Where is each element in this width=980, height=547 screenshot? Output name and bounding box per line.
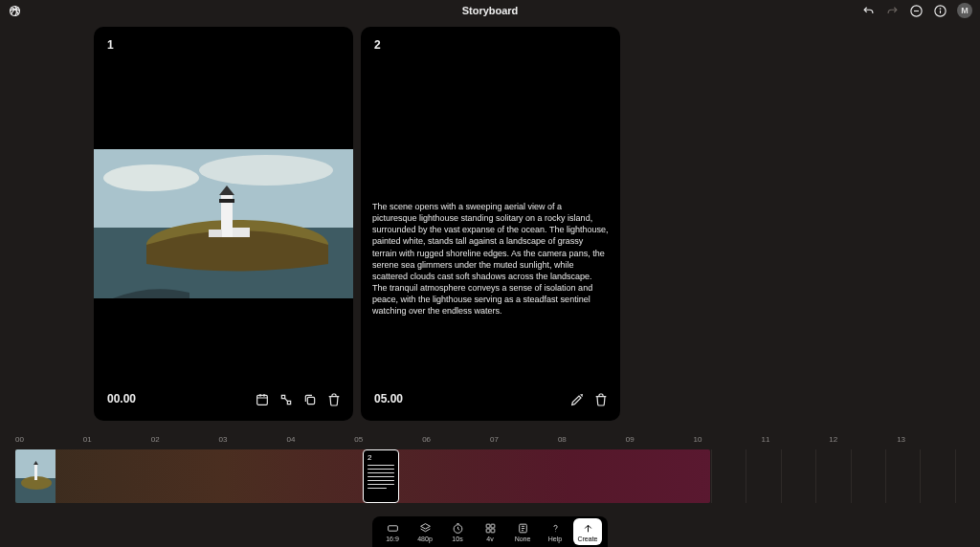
card-thumbnail [94, 149, 353, 298]
duplicate-icon[interactable] [302, 392, 318, 407]
ruler-tick: 06 [422, 435, 490, 447]
svg-rect-22 [388, 525, 397, 530]
card-number: 2 [374, 38, 381, 52]
timeline-strip[interactable]: 2 [15, 449, 710, 503]
variations-button[interactable]: 4v [476, 518, 504, 545]
svg-rect-26 [486, 529, 490, 533]
resolution-label: 480p [417, 536, 433, 542]
brand-icon[interactable] [8, 4, 22, 18]
ruler-tick: 05 [354, 435, 422, 447]
svg-point-29 [555, 531, 556, 532]
trash-icon[interactable] [326, 392, 342, 407]
top-bar: Storyboard M [0, 0, 980, 21]
resolution-button[interactable]: 480p [411, 518, 439, 545]
card-time: 00.00 [107, 392, 136, 405]
card-actions [569, 392, 609, 407]
svg-rect-15 [307, 397, 314, 404]
ruler-tick: 09 [626, 435, 694, 447]
ruler-tick: 13 [897, 435, 965, 447]
help-button[interactable]: Help [541, 518, 569, 545]
ruler-tick: 10 [694, 435, 762, 447]
clip-text-card[interactable]: 2 [363, 449, 399, 503]
undo-icon[interactable] [861, 4, 876, 18]
ruler-tick: 01 [83, 435, 151, 447]
ruler-tick: 02 [151, 435, 219, 447]
style-button[interactable]: None [508, 518, 537, 545]
card-number: 1 [107, 38, 114, 52]
timeline-ruler: 0001020304050607080910111213 [15, 435, 965, 447]
svg-point-16 [582, 394, 583, 395]
ruler-tick: 11 [761, 435, 829, 447]
storyboard-cards: 1 00.00 2 The scene opens with a sweepin… [94, 27, 620, 421]
split-icon[interactable] [278, 392, 294, 407]
ruler-tick: 08 [558, 435, 626, 447]
info-circle-icon[interactable] [933, 4, 947, 18]
svg-point-3 [940, 8, 941, 9]
svg-rect-27 [491, 529, 495, 533]
aspect-ratio-button[interactable]: 16:9 [378, 518, 407, 545]
ruler-tick: 03 [219, 435, 287, 447]
storyboard-card-1[interactable]: 1 00.00 [94, 27, 353, 421]
card-time: 05.00 [374, 392, 403, 405]
variations-label: 4v [486, 536, 493, 542]
clip-card-number: 2 [368, 453, 394, 462]
help-label: Help [548, 536, 562, 542]
user-avatar[interactable]: M [957, 3, 972, 18]
card-actions [255, 392, 342, 407]
svg-rect-14 [257, 395, 268, 405]
clip-thumbnail [15, 449, 56, 503]
svg-point-5 [103, 164, 199, 191]
ruler-tick: 12 [829, 435, 897, 447]
timeline-clip-1[interactable] [15, 449, 363, 503]
aspect-label: 16:9 [386, 536, 399, 542]
svg-rect-13 [209, 230, 222, 237]
create-button[interactable]: Create [573, 518, 602, 545]
svg-point-6 [199, 155, 333, 186]
page-title: Storyboard [0, 5, 980, 16]
calendar-icon[interactable] [255, 392, 270, 407]
style-label: None [515, 536, 531, 542]
edit-icon[interactable] [569, 392, 585, 407]
create-label: Create [577, 536, 597, 542]
duration-button[interactable]: 10s [443, 518, 472, 545]
trash-icon[interactable] [593, 392, 609, 407]
minus-circle-icon[interactable] [909, 4, 924, 18]
card-description: The scene opens with a sweeping aerial v… [372, 201, 609, 317]
svg-rect-11 [219, 199, 234, 203]
duration-label: 10s [452, 536, 462, 542]
redo-icon [885, 4, 900, 18]
ruler-tick: 07 [490, 435, 558, 447]
svg-rect-12 [233, 228, 250, 237]
ruler-tick: 00 [15, 435, 83, 447]
timeline-clip-2[interactable]: 2 [363, 449, 710, 503]
svg-rect-24 [486, 524, 490, 528]
storyboard-card-2[interactable]: 2 The scene opens with a sweeping aerial… [361, 27, 620, 421]
ruler-tick: 04 [286, 435, 354, 447]
bottom-toolbar: 16:9 480p 10s 4v None Help Create [372, 516, 608, 547]
svg-rect-20 [34, 465, 37, 480]
svg-rect-25 [491, 524, 495, 528]
